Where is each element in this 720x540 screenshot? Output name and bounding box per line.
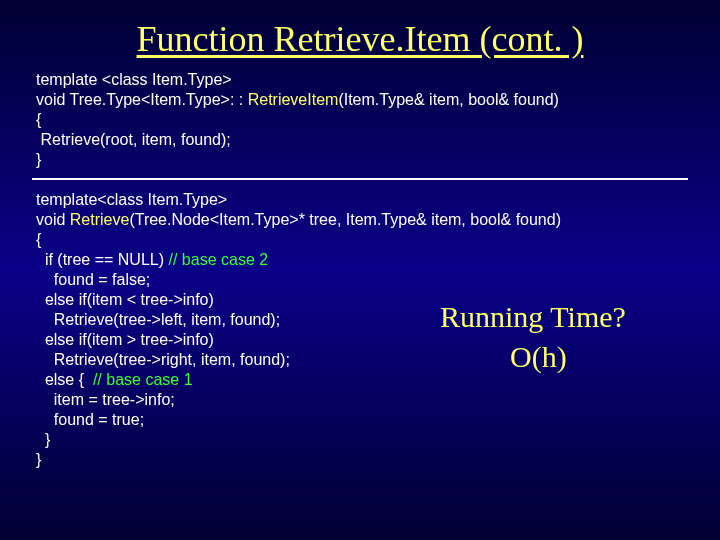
comment: // base case 1 <box>93 371 193 388</box>
code-line: } <box>36 430 684 450</box>
code-line: found = false; <box>36 270 684 290</box>
code-line: item = tree->info; <box>36 390 684 410</box>
code-block-1: template <class Item.Type> void Tree.Typ… <box>0 70 720 170</box>
code-line: void Tree.Type<Item.Type>: : RetrieveIte… <box>36 90 684 110</box>
code-line: { <box>36 230 684 250</box>
slide-title: Function Retrieve.Item (cont. ) <box>0 0 720 70</box>
code-line: template<class Item.Type> <box>36 190 684 210</box>
code-line: void Retrieve(Tree.Node<Item.Type>* tree… <box>36 210 684 230</box>
code-line: Retrieve(tree->right, item, found); <box>36 350 684 370</box>
code-line: template <class Item.Type> <box>36 70 684 90</box>
divider <box>32 178 688 180</box>
code-line: Retrieve(root, item, found); <box>36 130 684 150</box>
code-line: found = true; <box>36 410 684 430</box>
comment: // base case 2 <box>169 251 269 268</box>
running-time-question: Running Time? <box>440 300 626 334</box>
code-line: } <box>36 450 684 470</box>
running-time-answer: O(h) <box>510 340 567 374</box>
code-line: if (tree == NULL) // base case 2 <box>36 250 684 270</box>
highlight-fn: Retrieve <box>70 211 130 228</box>
code-line: } <box>36 150 684 170</box>
code-line: else { // base case 1 <box>36 370 684 390</box>
code-line: { <box>36 110 684 130</box>
highlight-fn: RetrieveItem <box>248 91 339 108</box>
